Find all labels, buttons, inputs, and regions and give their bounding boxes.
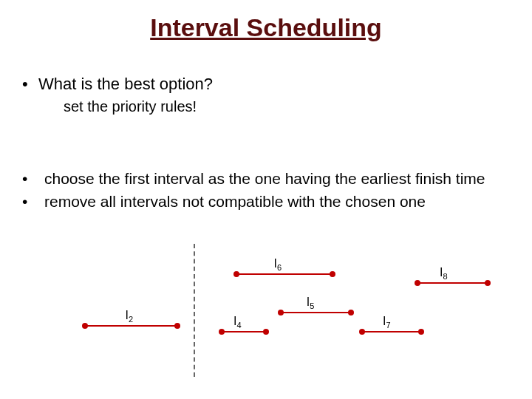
interval-endpoint-icon [233,271,239,277]
bullet-2: • choose the first interval as the one h… [22,168,510,188]
interval-label-I8: I8 [440,266,448,281]
interval-endpoint-icon [174,323,180,329]
interval-endpoint-icon [415,280,420,286]
vertical-dashed-line [194,244,195,377]
bullet-3-text: remove all intervals not compatible with… [44,191,510,211]
interval-endpoint-icon [359,329,365,335]
interval-I5 [281,312,351,313]
interval-label-I2: I2 [126,309,134,324]
bullet-2-text: choose the first interval as the one hav… [44,168,510,188]
bullet-block-2: • choose the first interval as the one h… [22,168,510,215]
bullet-1: • What is the best option? [22,74,510,95]
interval-endpoint-icon [330,271,335,277]
bullet-dot-icon: • [22,191,44,211]
interval-endpoint-icon [278,310,284,316]
interval-I7 [362,331,421,332]
interval-I2 [85,325,177,327]
interval-I4 [222,331,266,332]
bullet-3: • remove all intervals not compatible wi… [22,191,510,211]
interval-endpoint-icon [82,323,88,329]
interval-endpoint-icon [485,280,491,286]
bullet-1-sub: set the priority rules! [64,98,510,115]
slide: Interval Scheduling • What is the best o… [0,0,532,399]
slide-title: Interval Scheduling [0,13,532,42]
interval-diagram: I2I4I5I6I7I8 [0,244,532,384]
interval-endpoint-icon [348,310,354,316]
bullet-block-1: • What is the best option? set the prior… [22,74,510,115]
bullet-dot-icon: • [22,74,38,95]
bullet-1-text: What is the best option? [38,74,510,95]
interval-I8 [417,282,488,284]
interval-label-I5: I5 [307,296,315,310]
interval-label-I7: I7 [383,315,391,330]
interval-endpoint-icon [219,329,225,335]
interval-label-I4: I4 [233,315,242,330]
interval-endpoint-icon [263,329,269,335]
bullet-dot-icon: • [22,168,44,188]
interval-I6 [236,273,332,275]
interval-label-I6: I6 [274,257,282,272]
interval-endpoint-icon [418,329,424,335]
